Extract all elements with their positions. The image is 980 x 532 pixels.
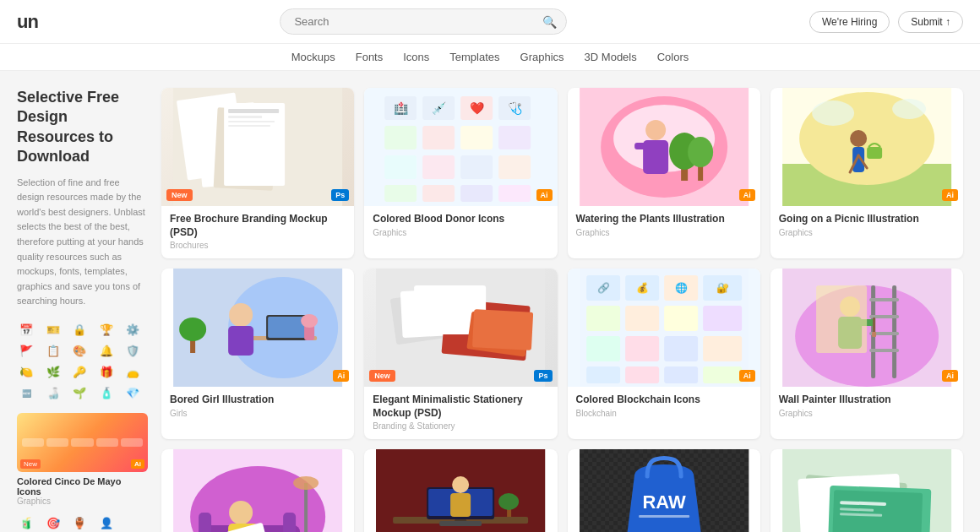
search-input[interactable] bbox=[280, 8, 567, 35]
card-title: Bored Girl Illustration bbox=[170, 394, 346, 407]
svg-point-56 bbox=[229, 303, 253, 327]
svg-point-44 bbox=[892, 99, 926, 119]
card-thumb: Ai bbox=[568, 88, 760, 206]
svg-rect-122 bbox=[450, 493, 471, 517]
card-business-cards[interactable]: Ps Business Cards Plate Mockup (PSD) Bra… bbox=[770, 449, 963, 532]
card-free-brochure[interactable]: New Ps Free Brochure Branding Mockup (PS… bbox=[161, 88, 354, 258]
card-girl-studying[interactable]: Ai Girl Studying Illustration Education bbox=[161, 449, 354, 532]
type-badge: Ai bbox=[942, 189, 958, 201]
svg-text:🏥: 🏥 bbox=[394, 101, 409, 116]
svg-rect-85 bbox=[703, 366, 742, 383]
card-info: Wall Painter Illustration Graphics bbox=[770, 387, 963, 426]
card-blood-donor[interactable]: 🏥 💉 ❤️ 🩺 Ai Colored Blood Donor Icons Gr… bbox=[364, 88, 557, 258]
svg-rect-49 bbox=[867, 147, 882, 159]
svg-rect-20 bbox=[460, 155, 493, 179]
card-going-picnic[interactable]: Ai Going on a Picnic Illustration Graphi… bbox=[770, 88, 963, 258]
nav-colors[interactable]: Colors bbox=[657, 51, 689, 63]
grid-area: New Ps Free Brochure Branding Mockup (PS… bbox=[161, 88, 963, 532]
icon-cell: 🌱 bbox=[70, 384, 89, 403]
new-badge: New bbox=[369, 370, 395, 382]
card-bored-girl[interactable]: Ai Bored Girl Illustration Girls bbox=[161, 269, 354, 439]
svg-text:RAW: RAW bbox=[642, 491, 686, 513]
nav-mockups[interactable]: Mockups bbox=[291, 51, 335, 63]
icon-cell: 📋 bbox=[44, 342, 63, 361]
svg-rect-83 bbox=[625, 366, 659, 383]
type-badge: Ai bbox=[536, 189, 553, 201]
svg-rect-19 bbox=[422, 155, 455, 179]
card-thumb: Ai bbox=[161, 449, 354, 532]
svg-rect-24 bbox=[460, 185, 493, 202]
sidebar-bottom-item[interactable]: New Ai Colored Cinco De Mayo Icons Graph… bbox=[17, 413, 148, 506]
icon-cell: 🔒 bbox=[70, 321, 89, 339]
card-wall-painter[interactable]: Ai Wall Painter Illustration Graphics bbox=[770, 269, 963, 439]
nav-3dmodels[interactable]: 3D Models bbox=[585, 51, 637, 63]
svg-rect-68 bbox=[472, 309, 533, 350]
card-stationery[interactable]: New Ps Elegant Minimalistic Stationery M… bbox=[364, 269, 557, 439]
sidebar: Selective Free Design Resources to Downl… bbox=[17, 88, 148, 532]
svg-text:💉: 💉 bbox=[432, 101, 447, 116]
sidebar-text: Selective Free Design Resources to Downl… bbox=[17, 88, 148, 309]
icon-cell: 🏆 bbox=[97, 321, 116, 339]
card-info: Watering the Plants Illustration Graphic… bbox=[568, 206, 760, 246]
nav-templates[interactable]: Templates bbox=[449, 51, 499, 63]
svg-point-61 bbox=[301, 314, 318, 328]
submit-button[interactable]: Submit ↑ bbox=[898, 11, 963, 33]
svg-rect-79 bbox=[625, 336, 659, 361]
svg-point-107 bbox=[293, 476, 318, 490]
svg-rect-5 bbox=[228, 109, 279, 113]
icon-cell: ⚙️ bbox=[123, 321, 142, 339]
nav-graphics[interactable]: Graphics bbox=[520, 51, 564, 63]
card-thumb: Ai bbox=[161, 269, 354, 387]
card-category: Graphics bbox=[373, 228, 548, 237]
nav-icons[interactable]: Icons bbox=[403, 51, 429, 63]
svg-rect-78 bbox=[586, 336, 620, 361]
card-info: Going on a Picnic Illustration Graphics bbox=[770, 206, 963, 246]
card-tote-bag[interactable]: RAW New Ps Tote Bag Mockup (PSD) Bags bbox=[568, 449, 760, 532]
card-thumb: Ps bbox=[770, 449, 963, 532]
sidebar-description: Selection of fine and free design resour… bbox=[17, 176, 148, 309]
card-blockchain[interactable]: 🔗 💰 🌐 🔐 Ai Colored Blockchain Icons Bloc… bbox=[568, 269, 760, 439]
nav-fonts[interactable]: Fonts bbox=[356, 51, 384, 63]
svg-rect-16 bbox=[460, 126, 493, 149]
card-title: Elegant Minimalistic Stationery Mockup (… bbox=[373, 394, 548, 420]
type-badge: Ai bbox=[942, 370, 958, 382]
svg-text:🔐: 🔐 bbox=[716, 281, 728, 294]
logo[interactable]: un bbox=[17, 11, 38, 33]
svg-point-39 bbox=[688, 137, 713, 167]
card-thumb: New Ps bbox=[364, 269, 557, 387]
header-actions: We're Hiring Submit ↑ bbox=[809, 11, 963, 33]
icon-cell: 🛡️ bbox=[123, 342, 142, 361]
svg-rect-57 bbox=[228, 326, 253, 356]
card-category: Graphics bbox=[779, 228, 955, 237]
icon-cell: 🎨 bbox=[70, 342, 89, 361]
svg-text:🩺: 🩺 bbox=[508, 101, 523, 116]
type-badge: Ai bbox=[333, 370, 349, 382]
svg-rect-76 bbox=[664, 306, 698, 331]
card-info: Bored Girl Illustration Girls bbox=[161, 387, 354, 426]
card-workspace[interactable]: Ai Workspace Setup Illustration Graphics bbox=[364, 449, 557, 532]
card-info: Colored Blockchain Icons Blockchain bbox=[568, 387, 760, 426]
svg-rect-97 bbox=[869, 349, 899, 352]
svg-text:❤️: ❤️ bbox=[470, 101, 485, 116]
svg-rect-14 bbox=[384, 126, 416, 149]
svg-rect-102 bbox=[872, 332, 876, 337]
svg-rect-6 bbox=[228, 116, 262, 118]
svg-rect-23 bbox=[422, 185, 455, 202]
icon-cell: 🎯 bbox=[44, 514, 63, 532]
hiring-button[interactable]: We're Hiring bbox=[809, 11, 890, 33]
card-thumb: RAW New Ps bbox=[568, 449, 760, 532]
card-watering-plants[interactable]: Ai Watering the Plants Illustration Grap… bbox=[568, 88, 760, 258]
card-thumb: Ai bbox=[770, 269, 963, 387]
icon-cell: 🎁 bbox=[97, 363, 116, 382]
sidebar-item-title: Colored Cinco De Mayo Icons bbox=[17, 476, 148, 497]
svg-rect-25 bbox=[498, 185, 531, 202]
icon-cell: 🎫 bbox=[44, 321, 63, 339]
card-title: Going on a Picnic Illustration bbox=[779, 213, 955, 226]
svg-point-59 bbox=[179, 318, 206, 341]
svg-rect-138 bbox=[832, 491, 923, 532]
sidebar-icon-grid: 📅 🎫 🔒 🏆 ⚙️ 🚩 📋 🎨 🔔 🛡️ 🍋 🌿 🔑 🎁 👝 🆕 🍶 🌱 🧴 … bbox=[17, 321, 148, 403]
type-badge: Ai bbox=[739, 189, 755, 201]
icon-cell: 🧴 bbox=[97, 384, 116, 403]
new-badge: New bbox=[20, 459, 41, 469]
nav: Mockups Fonts Icons Templates Graphics 3… bbox=[0, 44, 980, 71]
